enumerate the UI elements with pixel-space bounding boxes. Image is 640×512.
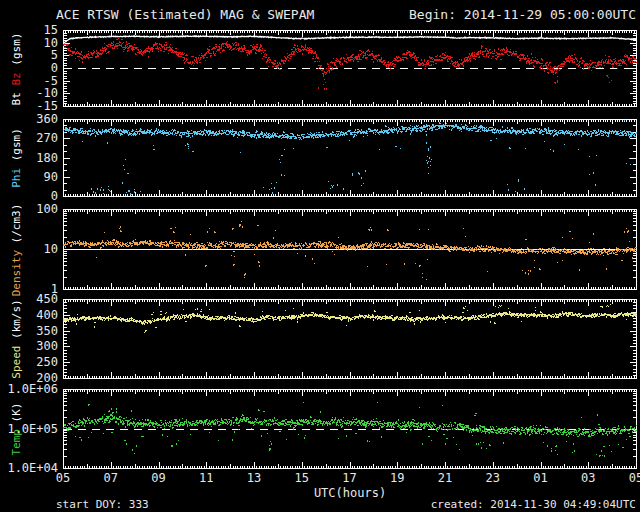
panel-temp-canvas <box>63 389 637 469</box>
x-tick-label: 11 <box>191 471 221 485</box>
y-tick-label: 1.0E+06 <box>0 382 58 396</box>
y-tick-label: 100 <box>0 202 58 216</box>
y-tick-label: 350 <box>0 324 58 338</box>
y-tick-label: 15 <box>0 23 58 37</box>
y-tick-label: 0 <box>0 189 58 203</box>
y-tick-label: -15 <box>0 99 58 113</box>
begin-timestamp: Begin: 2014-11-29 05:00:00UTC <box>409 7 636 22</box>
plot-title: ACE RTSW (Estimated) MAG & SWEPAM <box>56 7 314 22</box>
created-timestamp: created: 2014-11-30 04:49:04UTC <box>431 498 636 511</box>
y-tick-label: -10 <box>0 86 58 100</box>
x-axis-title: UTC(hours) <box>314 486 386 500</box>
x-tick-label: 21 <box>430 471 460 485</box>
y-tick-label: 250 <box>0 355 58 369</box>
y-tick-label: 360 <box>0 112 58 126</box>
y-tick-label: 300 <box>0 339 58 353</box>
x-tick-label: 03 <box>573 471 603 485</box>
x-tick-label: 17 <box>335 471 365 485</box>
panel-speed-canvas <box>63 299 637 379</box>
y-tick-label: 400 <box>0 308 58 322</box>
x-tick-label: 05 <box>48 471 78 485</box>
y-tick-label: 90 <box>0 170 58 184</box>
x-tick-label: 09 <box>144 471 174 485</box>
ace-rtsw-plot: ACE RTSW (Estimated) MAG & SWEPAM Begin:… <box>0 0 640 512</box>
panel-density-canvas <box>63 209 637 290</box>
y-tick-label: 10 <box>0 242 58 256</box>
x-tick-label: 15 <box>287 471 317 485</box>
x-tick-label: 19 <box>382 471 412 485</box>
y-tick-label: 450 <box>0 292 58 306</box>
y-tick-label: 180 <box>0 151 58 165</box>
x-tick-label: 05 <box>621 471 640 485</box>
y-tick-label: 1.0E+05 <box>0 422 58 436</box>
x-tick-label: 01 <box>526 471 556 485</box>
y-tick-label: 270 <box>0 131 58 145</box>
panel-phi-canvas <box>63 119 637 197</box>
x-tick-label: 23 <box>478 471 508 485</box>
x-tick-label: 13 <box>239 471 269 485</box>
start-doy-label: start DOY: 333 <box>56 498 149 511</box>
y-tick-label: 5 <box>0 48 58 62</box>
panel-mag-canvas <box>63 30 637 107</box>
y-tick-label: 0 <box>0 61 58 75</box>
x-tick-label: 07 <box>96 471 126 485</box>
